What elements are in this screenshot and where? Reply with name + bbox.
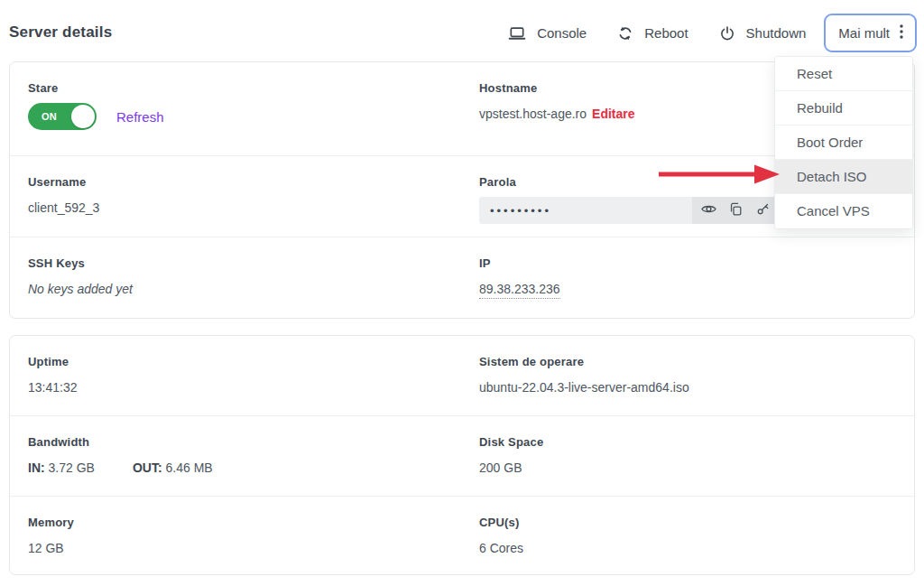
- hostname-label: Hostname: [479, 81, 635, 95]
- power-state-toggle[interactable]: ON: [28, 103, 97, 130]
- password-view-button[interactable]: [696, 198, 721, 223]
- ip-label: IP: [479, 256, 560, 270]
- bandwidth-out-label: OUT:: [133, 460, 162, 475]
- key-icon: [755, 201, 771, 219]
- menu-item-reset[interactable]: Reset: [775, 57, 912, 91]
- state-label: Stare: [28, 81, 164, 95]
- username-value: client_592_3: [28, 200, 99, 215]
- reboot-label: Reboot: [644, 25, 688, 41]
- username-field: Username client_592_3: [28, 175, 99, 215]
- more-dropdown-menu: Reset Rebuild Boot Order Detach ISO Canc…: [774, 56, 913, 229]
- disk-label: Disk Space: [479, 435, 543, 449]
- console-label: Console: [537, 25, 587, 41]
- kebab-vertical-icon: [899, 23, 904, 43]
- cpu-field: CPU(s) 6 Cores: [479, 516, 523, 555]
- state-field: Stare ON Refresh: [28, 81, 164, 130]
- uptime-field: Uptime 13:41:32: [28, 355, 78, 395]
- uptime-label: Uptime: [28, 355, 78, 368]
- power-icon: [719, 25, 735, 42]
- more-button[interactable]: Mai mult: [824, 14, 917, 52]
- bandwidth-value: IN: 3.72 GBOUT: 6.46 MB: [28, 460, 213, 475]
- bandwidth-label: Bandwidth: [28, 435, 213, 449]
- server-stats-card: Uptime 13:41:32 Sistem de operare ubuntu…: [9, 335, 915, 575]
- bandwidth-field: Bandwidth IN: 3.72 GBOUT: 6.46 MB: [28, 435, 213, 475]
- password-input[interactable]: •••••••••: [479, 197, 692, 224]
- username-label: Username: [28, 175, 99, 189]
- password-actions: [692, 197, 779, 224]
- os-value: ubuntu-22.04.3-live-server-amd64.iso: [479, 380, 689, 395]
- page-title: Server details: [9, 23, 112, 42]
- bandwidth-out-value: 6.46 MB: [162, 460, 213, 475]
- more-button-label: Mai mult: [838, 25, 890, 41]
- laptop-icon: [508, 24, 526, 42]
- eye-icon: [700, 200, 717, 220]
- bandwidth-in-label: IN:: [28, 460, 45, 475]
- toggle-knob: [71, 105, 95, 128]
- hostname-value: vpstest.host-age.ro: [479, 107, 587, 121]
- hostname-edit-link[interactable]: Editare: [592, 107, 634, 121]
- row-uptime-os: Uptime 13:41:32 Sistem de operare ubuntu…: [10, 336, 914, 416]
- ssh-keys-field: SSH Keys No keys added yet: [28, 256, 133, 296]
- os-field: Sistem de operare ubuntu-22.04.3-live-se…: [479, 355, 689, 395]
- row-bandwidth-disk: Bandwidth IN: 3.72 GBOUT: 6.46 MB Disk S…: [10, 416, 914, 497]
- password-label: Parola: [479, 175, 779, 189]
- ip-link[interactable]: 89.38.233.236: [479, 282, 560, 299]
- reboot-button[interactable]: Reboot: [617, 25, 688, 42]
- copy-icon: [728, 201, 744, 219]
- password-generate-button[interactable]: [750, 198, 775, 223]
- console-button[interactable]: Console: [508, 24, 587, 42]
- ip-field: IP 89.38.233.236: [479, 256, 560, 296]
- toolbar: Console Reboot Shutdown: [508, 14, 917, 52]
- memory-label: Memory: [28, 516, 74, 529]
- ssh-keys-label: SSH Keys: [28, 256, 133, 270]
- memory-field: Memory 12 GB: [28, 516, 74, 555]
- os-label: Sistem de operare: [479, 355, 689, 368]
- menu-item-detach-iso[interactable]: Detach ISO: [775, 160, 912, 194]
- bandwidth-in-value: 3.72 GB: [45, 460, 95, 475]
- menu-item-rebuild[interactable]: Rebuild: [775, 91, 912, 126]
- uptime-value: 13:41:32: [28, 380, 78, 395]
- row-memory-cpu: Memory 12 GB CPU(s) 6 Cores: [10, 497, 914, 577]
- menu-item-boot-order[interactable]: Boot Order: [775, 126, 912, 160]
- disk-field: Disk Space 200 GB: [479, 435, 543, 475]
- cpu-label: CPU(s): [479, 516, 523, 529]
- row-ssh-ip: SSH Keys No keys added yet IP 89.38.233.…: [10, 237, 914, 319]
- memory-value: 12 GB: [28, 541, 74, 555]
- refresh-link[interactable]: Refresh: [116, 109, 164, 125]
- cpu-value: 6 Cores: [479, 541, 523, 555]
- toggle-state-text: ON: [42, 111, 57, 122]
- server-details-page: Server details Console Reboot: [0, 0, 924, 586]
- disk-value: 200 GB: [479, 460, 543, 475]
- ssh-keys-value: No keys added yet: [28, 282, 133, 296]
- shutdown-button[interactable]: Shutdown: [719, 25, 807, 42]
- password-copy-button[interactable]: [723, 198, 748, 223]
- hostname-field: Hostname vpstest.host-age.roEditare: [479, 81, 635, 121]
- shutdown-label: Shutdown: [746, 25, 807, 41]
- password-field-group: Parola •••••••••: [479, 175, 779, 224]
- menu-item-cancel-vps[interactable]: Cancel VPS: [775, 194, 912, 228]
- refresh-icon: [617, 25, 633, 42]
